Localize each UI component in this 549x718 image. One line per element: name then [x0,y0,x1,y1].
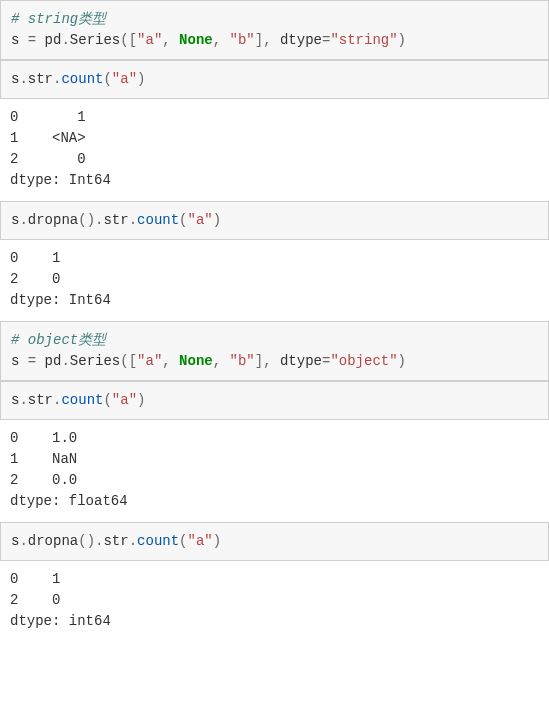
code-input-cell: s.dropna().str.count("a") [0,522,549,561]
code-input-cell: # object类型 s = pd.Series(["a", None, "b"… [0,321,549,381]
code-token: ) [213,533,221,549]
code-token: ) [137,392,145,408]
code-token: # string类型 [11,11,106,27]
code-token: "a" [112,392,137,408]
code-token: ], [255,353,280,369]
code-token: "a" [137,32,162,48]
code-token: . [19,212,27,228]
code-token: . [19,533,27,549]
code-token: None [179,353,213,369]
code-token: dropna [28,533,78,549]
code-token: (). [78,533,103,549]
code-output-cell: 0 1.0 1 NaN 2 0.0 dtype: float64 [0,420,549,522]
code-token: ) [398,32,406,48]
code-token: count [61,392,103,408]
code-token: = [28,32,36,48]
code-token: ( [103,392,111,408]
code-token: = [28,353,36,369]
code-token: , [162,32,179,48]
code-token: s [11,32,28,48]
code-token: # object类型 [11,332,106,348]
code-token: str [103,212,128,228]
code-token: count [61,71,103,87]
code-token: ( [103,71,111,87]
code-output-cell: 0 1 1 <NA> 2 0 dtype: Int64 [0,99,549,201]
code-token: ) [398,353,406,369]
code-token: dtype [280,353,322,369]
code-input-cell: s.str.count("a") [0,381,549,420]
code-output-cell: 0 1 2 0 dtype: int64 [0,561,549,642]
code-token: str [28,392,53,408]
code-token: , [213,32,230,48]
code-token: "object" [330,353,397,369]
code-token: Series [70,32,120,48]
code-token: . [129,212,137,228]
code-token: ], [255,32,280,48]
code-token: . [129,533,137,549]
code-token: ) [213,212,221,228]
code-token: "a" [112,71,137,87]
code-token: pd [36,353,61,369]
code-input-cell: s.str.count("a") [0,60,549,99]
code-token: count [137,533,179,549]
code-token: s [11,353,28,369]
code-token: . [61,353,69,369]
code-token: None [179,32,213,48]
code-input-cell: # string类型 s = pd.Series(["a", None, "b"… [0,0,549,60]
code-token: ) [137,71,145,87]
code-token: . [19,392,27,408]
code-token: ([ [120,32,137,48]
code-token: (). [78,212,103,228]
code-token: pd [36,32,61,48]
code-token: "a" [188,212,213,228]
code-token: "string" [330,32,397,48]
code-token: . [61,32,69,48]
code-token: str [28,71,53,87]
code-token: "a" [188,533,213,549]
code-token: dropna [28,212,78,228]
code-token: ([ [120,353,137,369]
notebook-root: # string类型 s = pd.Series(["a", None, "b"… [0,0,549,642]
code-token: , [162,353,179,369]
code-token: , [213,353,230,369]
code-token: dtype [280,32,322,48]
code-token: "b" [230,353,255,369]
code-output-cell: 0 1 2 0 dtype: Int64 [0,240,549,321]
code-token: Series [70,353,120,369]
code-token: str [103,533,128,549]
code-token: ( [179,212,187,228]
code-token: ( [179,533,187,549]
code-token: "b" [230,32,255,48]
code-token: count [137,212,179,228]
code-input-cell: s.dropna().str.count("a") [0,201,549,240]
code-token: "a" [137,353,162,369]
code-token: . [19,71,27,87]
